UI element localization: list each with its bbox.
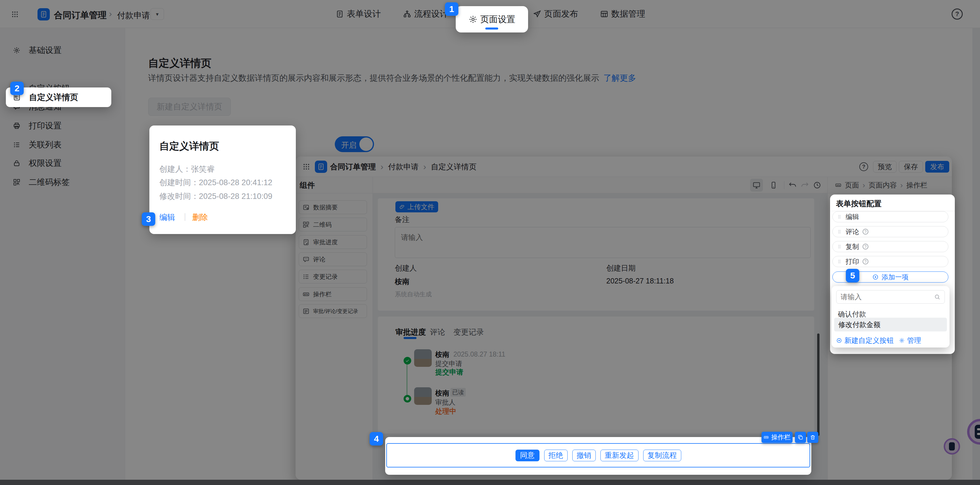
edit-link[interactable]: 编辑 bbox=[159, 212, 175, 223]
gear-icon bbox=[899, 338, 905, 344]
button-search-input[interactable] bbox=[841, 293, 934, 301]
row-label: 评论 bbox=[846, 227, 859, 236]
button-select-dropdown: 确认付款 修改付款金额 新建自定义按钮 管理 bbox=[832, 286, 950, 347]
panel-title: 表单按钮配置 bbox=[836, 199, 881, 209]
help-icon[interactable]: ? bbox=[862, 229, 869, 235]
config-row-comment[interactable]: 评论 ? bbox=[832, 226, 948, 237]
help-icon[interactable]: ? bbox=[862, 258, 869, 265]
plus-circle-icon bbox=[836, 338, 842, 344]
withdraw-button[interactable]: 撤销 bbox=[572, 450, 596, 461]
manage-link[interactable]: 管理 bbox=[907, 336, 921, 345]
help-icon[interactable]: ? bbox=[862, 244, 869, 249]
row-label: 编辑 bbox=[846, 212, 859, 222]
modified-line: 修改时间：2025-08-28 21:10:09 bbox=[159, 191, 272, 201]
button-icon bbox=[764, 435, 769, 440]
drag-handle-icon[interactable] bbox=[837, 214, 842, 219]
drag-handle-icon[interactable] bbox=[837, 259, 842, 264]
reject-button[interactable]: 拒绝 bbox=[544, 450, 568, 461]
tag-label: 操作栏 bbox=[771, 433, 791, 442]
button-label: 重新发起 bbox=[605, 450, 634, 460]
creator-line: 创建人：张笑睿 bbox=[159, 164, 215, 174]
tab-page-settings[interactable]: 页面设置 bbox=[456, 6, 528, 32]
sidebar-item-label: 自定义详情页 bbox=[29, 92, 78, 103]
action-bar-spotlight: 同意 拒绝 撤销 重新发起 复制流程 bbox=[385, 437, 811, 475]
action-bar-selection[interactable]: 同意 拒绝 撤销 重新发起 复制流程 bbox=[386, 443, 810, 468]
copy-icon bbox=[797, 434, 803, 440]
detail-page-card: 自定义详情页 创建人：张笑睿 创建时间：2025-08-28 20:41:12 … bbox=[150, 125, 296, 234]
trash-icon bbox=[810, 434, 816, 440]
button-label: 添加一项 bbox=[881, 273, 908, 282]
row-label: 复制 bbox=[846, 242, 859, 251]
search-icon bbox=[934, 294, 940, 300]
copy-component-button[interactable] bbox=[795, 432, 806, 443]
guide-step-badge: 5 bbox=[846, 269, 859, 282]
guide-step-badge: 2 bbox=[10, 82, 24, 95]
copy-flow-button[interactable]: 复制流程 bbox=[643, 450, 681, 461]
delete-link[interactable]: 删除 bbox=[192, 212, 208, 223]
button-label: 拒绝 bbox=[549, 450, 563, 460]
tab-label: 页面设置 bbox=[480, 13, 515, 25]
gear-icon bbox=[469, 15, 477, 24]
restart-button[interactable]: 重新发起 bbox=[600, 450, 638, 461]
plus-circle-icon bbox=[872, 274, 879, 280]
guide-step-badge: 1 bbox=[445, 2, 458, 16]
drag-handle-icon[interactable] bbox=[837, 229, 842, 234]
create-custom-button-link[interactable]: 新建自定义按钮 bbox=[845, 336, 894, 345]
row-label: 打印 bbox=[846, 257, 859, 266]
button-label: 复制流程 bbox=[648, 450, 677, 460]
guide-step-badge: 3 bbox=[142, 212, 155, 226]
drag-handle-icon[interactable] bbox=[837, 244, 842, 249]
button-label: 撤销 bbox=[577, 450, 591, 460]
button-label: 同意 bbox=[520, 450, 535, 460]
created-line: 创建时间：2025-08-28 20:41:12 bbox=[159, 177, 272, 188]
agree-button[interactable]: 同意 bbox=[515, 450, 539, 461]
config-row-edit[interactable]: 编辑 bbox=[832, 211, 948, 222]
option-label: 修改付款金额 bbox=[838, 320, 880, 330]
screen: 合同订单管理 › 付款申请 ▼ 表单设计 流程设计 页面发布 数据管理 ? 基础… bbox=[0, 0, 980, 485]
guide-step-badge: 4 bbox=[370, 432, 383, 445]
card-title: 自定义详情页 bbox=[159, 139, 219, 153]
selection-tag: 操作栏 bbox=[762, 432, 792, 443]
config-row-print[interactable]: 打印 ? bbox=[832, 256, 948, 267]
divider: | bbox=[184, 212, 186, 221]
config-row-copy[interactable]: 复制 ? bbox=[832, 241, 948, 252]
active-tab-indicator bbox=[485, 27, 498, 30]
option-modify-amount[interactable]: 修改付款金额 bbox=[834, 318, 947, 331]
delete-component-button[interactable] bbox=[807, 432, 818, 443]
